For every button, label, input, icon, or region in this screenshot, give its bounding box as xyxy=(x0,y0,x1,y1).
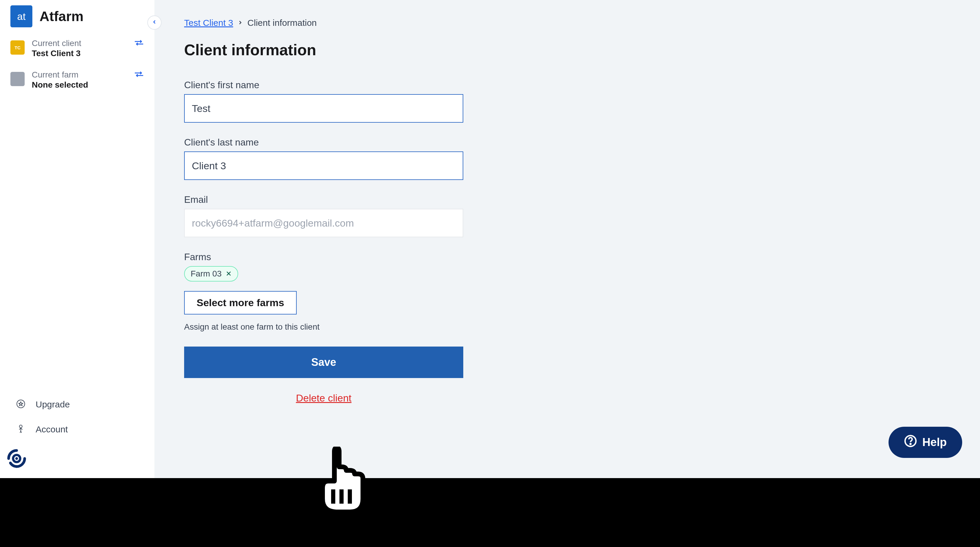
person-icon xyxy=(16,424,25,435)
farm-tag: Farm 03 ✕ xyxy=(184,266,238,281)
last-name-label: Client's last name xyxy=(184,137,950,148)
help-icon xyxy=(904,434,917,450)
sidebar: at Atfarm TC Current client Test Client … xyxy=(0,0,154,478)
email-label: Email xyxy=(184,194,950,205)
farms-field: Farms Farm 03 ✕ Select more farms Assign… xyxy=(184,251,950,332)
chevron-right-icon xyxy=(237,18,243,28)
last-name-field: Client's last name xyxy=(184,137,950,180)
save-button[interactable]: Save xyxy=(184,347,463,378)
app-logo-text: at xyxy=(17,11,25,22)
farms-label: Farms xyxy=(184,251,950,262)
sidebar-item-account[interactable]: Account xyxy=(0,417,154,442)
farm-info: Current farm None selected xyxy=(32,70,127,90)
farm-tag-remove-icon[interactable]: ✕ xyxy=(226,270,232,278)
farm-tag-label: Farm 03 xyxy=(191,269,221,278)
swap-farm-icon[interactable] xyxy=(134,71,144,78)
star-icon xyxy=(16,399,25,410)
app-logo: at xyxy=(10,5,32,27)
sidebar-account-label: Account xyxy=(36,425,68,434)
svg-point-2 xyxy=(19,425,22,428)
current-client-value: Test Client 3 xyxy=(32,49,127,58)
last-name-input[interactable] xyxy=(184,151,463,180)
swap-client-icon[interactable] xyxy=(134,40,144,47)
svg-point-0 xyxy=(17,400,25,408)
client-section: TC Current client Test Client 3 xyxy=(0,33,154,64)
sidebar-item-upgrade[interactable]: Upgrade xyxy=(0,392,154,417)
client-avatar: TC xyxy=(10,40,25,55)
svg-marker-1 xyxy=(19,402,22,405)
client-avatar-text: TC xyxy=(14,45,21,50)
main-content: Test Client 3 Client information Client … xyxy=(154,0,980,478)
current-client-row[interactable]: TC Current client Test Client 3 xyxy=(10,38,144,58)
breadcrumb: Test Client 3 Client information xyxy=(184,18,950,28)
select-more-farms-button[interactable]: Select more farms xyxy=(184,291,297,315)
sidebar-upgrade-label: Upgrade xyxy=(36,399,70,410)
farm-section: Current farm None selected xyxy=(0,64,154,95)
first-name-field: Client's first name xyxy=(184,80,950,122)
breadcrumb-current: Client information xyxy=(247,18,317,28)
email-field: Email xyxy=(184,194,950,237)
status-indicator-icon xyxy=(0,442,154,478)
sidebar-header: at Atfarm xyxy=(0,0,154,33)
farm-avatar xyxy=(10,72,25,86)
chevron-left-icon xyxy=(151,19,158,26)
farm-tags-row: Farm 03 ✕ xyxy=(184,266,950,281)
svg-point-6 xyxy=(910,444,911,445)
sidebar-collapse-button[interactable] xyxy=(147,16,162,30)
delete-client-link[interactable]: Delete client xyxy=(184,392,463,404)
help-button[interactable]: Help xyxy=(889,427,962,458)
current-client-label: Current client xyxy=(32,38,127,48)
email-input xyxy=(184,209,463,237)
farms-hint: Assign at least one farm to this client xyxy=(184,322,950,332)
app-name: Atfarm xyxy=(40,8,83,24)
current-farm-value: None selected xyxy=(32,80,127,90)
first-name-label: Client's first name xyxy=(184,80,950,91)
page-title: Client information xyxy=(184,41,950,59)
client-info: Current client Test Client 3 xyxy=(32,38,127,58)
svg-point-4 xyxy=(16,457,18,460)
sidebar-bottom: Upgrade Account xyxy=(0,392,154,478)
first-name-input[interactable] xyxy=(184,94,463,122)
current-farm-row[interactable]: Current farm None selected xyxy=(10,70,144,90)
breadcrumb-link[interactable]: Test Client 3 xyxy=(184,18,233,28)
current-farm-label: Current farm xyxy=(32,70,127,80)
help-label: Help xyxy=(923,436,947,449)
